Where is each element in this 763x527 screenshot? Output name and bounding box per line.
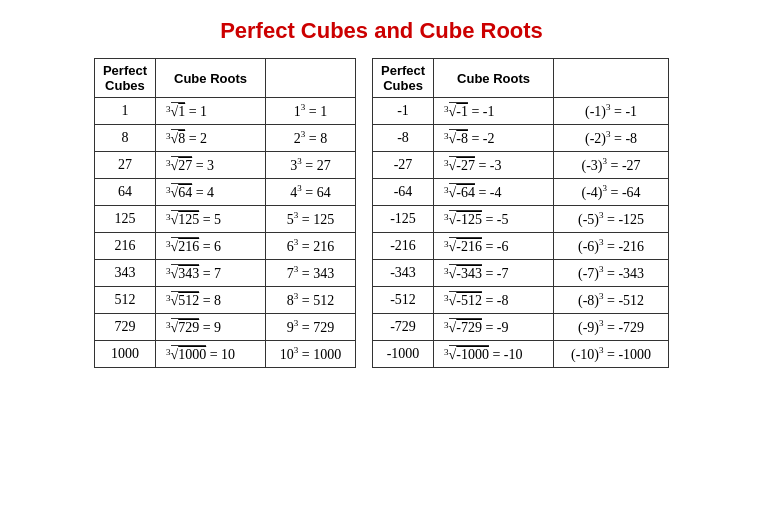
cube-root-cell: 3√-729 = -9 bbox=[434, 314, 554, 341]
table-row: -13√-1 = -1(-1)3 = -1 bbox=[373, 98, 669, 125]
perfect-cube-cell: -729 bbox=[373, 314, 434, 341]
right-header-exp bbox=[554, 59, 669, 98]
table-row: -3433√-343 = -7(-7)3 = -343 bbox=[373, 260, 669, 287]
perfect-cube-cell: -1000 bbox=[373, 341, 434, 368]
perfect-cube-cell: -512 bbox=[373, 287, 434, 314]
perfect-cube-cell: -343 bbox=[373, 260, 434, 287]
table-row: 7293√729 = 993 = 729 bbox=[94, 314, 355, 341]
perfect-cube-cell: 1000 bbox=[94, 341, 155, 368]
table-row: -7293√-729 = -9(-9)3 = -729 bbox=[373, 314, 669, 341]
perfect-cube-cell: 729 bbox=[94, 314, 155, 341]
perfect-cube-cell: 343 bbox=[94, 260, 155, 287]
exponent-cell: 53 = 125 bbox=[266, 206, 356, 233]
perfect-cube-cell: 27 bbox=[94, 152, 155, 179]
table-row: -2163√-216 = -6(-6)3 = -216 bbox=[373, 233, 669, 260]
exponent-cell: (-3)3 = -27 bbox=[554, 152, 669, 179]
exponent-cell: (-10)3 = -1000 bbox=[554, 341, 669, 368]
perfect-cube-cell: 1 bbox=[94, 98, 155, 125]
perfect-cube-cell: 512 bbox=[94, 287, 155, 314]
cube-root-cell: 3√1000 = 10 bbox=[156, 341, 266, 368]
exponent-cell: (-7)3 = -343 bbox=[554, 260, 669, 287]
perfect-cube-cell: -1 bbox=[373, 98, 434, 125]
perfect-cube-cell: -64 bbox=[373, 179, 434, 206]
table-row: -643√-64 = -4(-4)3 = -64 bbox=[373, 179, 669, 206]
cube-root-cell: 3√-512 = -8 bbox=[434, 287, 554, 314]
table-row: -83√-8 = -2(-2)3 = -8 bbox=[373, 125, 669, 152]
exponent-cell: (-2)3 = -8 bbox=[554, 125, 669, 152]
table-row: 83√8 = 223 = 8 bbox=[94, 125, 355, 152]
left-header-cube-roots: Cube Roots bbox=[156, 59, 266, 98]
cube-root-cell: 3√512 = 8 bbox=[156, 287, 266, 314]
exponent-cell: (-9)3 = -729 bbox=[554, 314, 669, 341]
tables-container: PerfectCubes Cube Roots 13√1 = 113 = 183… bbox=[12, 58, 752, 368]
perfect-cube-cell: -125 bbox=[373, 206, 434, 233]
perfect-cube-cell: 216 bbox=[94, 233, 155, 260]
cube-root-cell: 3√343 = 7 bbox=[156, 260, 266, 287]
page: Perfect Cubes and Cube Roots PerfectCube… bbox=[12, 18, 752, 368]
cube-root-cell: 3√8 = 2 bbox=[156, 125, 266, 152]
exponent-cell: (-5)3 = -125 bbox=[554, 206, 669, 233]
right-table: PerfectCubes Cube Roots -13√-1 = -1(-1)3… bbox=[372, 58, 669, 368]
right-header-cube-roots: Cube Roots bbox=[434, 59, 554, 98]
right-header-perfect-cubes: PerfectCubes bbox=[373, 59, 434, 98]
table-row: 273√27 = 333 = 27 bbox=[94, 152, 355, 179]
exponent-cell: 43 = 64 bbox=[266, 179, 356, 206]
perfect-cube-cell: 8 bbox=[94, 125, 155, 152]
exponent-cell: 23 = 8 bbox=[266, 125, 356, 152]
left-header-perfect-cubes: PerfectCubes bbox=[94, 59, 155, 98]
exponent-cell: 33 = 27 bbox=[266, 152, 356, 179]
cube-root-cell: 3√-27 = -3 bbox=[434, 152, 554, 179]
exponent-cell: 73 = 343 bbox=[266, 260, 356, 287]
cube-root-cell: 3√-125 = -5 bbox=[434, 206, 554, 233]
table-row: -10003√-1000 = -10(-10)3 = -1000 bbox=[373, 341, 669, 368]
exponent-cell: (-6)3 = -216 bbox=[554, 233, 669, 260]
exponent-cell: 93 = 729 bbox=[266, 314, 356, 341]
exponent-cell: 63 = 216 bbox=[266, 233, 356, 260]
cube-root-cell: 3√-64 = -4 bbox=[434, 179, 554, 206]
perfect-cube-cell: -216 bbox=[373, 233, 434, 260]
table-row: 10003√1000 = 10103 = 1000 bbox=[94, 341, 355, 368]
perfect-cube-cell: -8 bbox=[373, 125, 434, 152]
perfect-cube-cell: -27 bbox=[373, 152, 434, 179]
page-title: Perfect Cubes and Cube Roots bbox=[12, 18, 752, 44]
table-row: 3433√343 = 773 = 343 bbox=[94, 260, 355, 287]
table-row: 2163√216 = 663 = 216 bbox=[94, 233, 355, 260]
exponent-cell: (-4)3 = -64 bbox=[554, 179, 669, 206]
cube-root-cell: 3√64 = 4 bbox=[156, 179, 266, 206]
table-row: -1253√-125 = -5(-5)3 = -125 bbox=[373, 206, 669, 233]
table-row: -5123√-512 = -8(-8)3 = -512 bbox=[373, 287, 669, 314]
exponent-cell: 103 = 1000 bbox=[266, 341, 356, 368]
perfect-cube-cell: 125 bbox=[94, 206, 155, 233]
cube-root-cell: 3√729 = 9 bbox=[156, 314, 266, 341]
cube-root-cell: 3√216 = 6 bbox=[156, 233, 266, 260]
exponent-cell: (-8)3 = -512 bbox=[554, 287, 669, 314]
left-header-exp bbox=[266, 59, 356, 98]
table-row: 643√64 = 443 = 64 bbox=[94, 179, 355, 206]
exponent-cell: 13 = 1 bbox=[266, 98, 356, 125]
cube-root-cell: 3√-8 = -2 bbox=[434, 125, 554, 152]
table-row: -273√-27 = -3(-3)3 = -27 bbox=[373, 152, 669, 179]
exponent-cell: 83 = 512 bbox=[266, 287, 356, 314]
exponent-cell: (-1)3 = -1 bbox=[554, 98, 669, 125]
cube-root-cell: 3√-216 = -6 bbox=[434, 233, 554, 260]
left-table: PerfectCubes Cube Roots 13√1 = 113 = 183… bbox=[94, 58, 356, 368]
cube-root-cell: 3√-1000 = -10 bbox=[434, 341, 554, 368]
table-row: 13√1 = 113 = 1 bbox=[94, 98, 355, 125]
perfect-cube-cell: 64 bbox=[94, 179, 155, 206]
table-row: 1253√125 = 553 = 125 bbox=[94, 206, 355, 233]
cube-root-cell: 3√-1 = -1 bbox=[434, 98, 554, 125]
cube-root-cell: 3√-343 = -7 bbox=[434, 260, 554, 287]
table-row: 5123√512 = 883 = 512 bbox=[94, 287, 355, 314]
cube-root-cell: 3√27 = 3 bbox=[156, 152, 266, 179]
cube-root-cell: 3√1 = 1 bbox=[156, 98, 266, 125]
cube-root-cell: 3√125 = 5 bbox=[156, 206, 266, 233]
